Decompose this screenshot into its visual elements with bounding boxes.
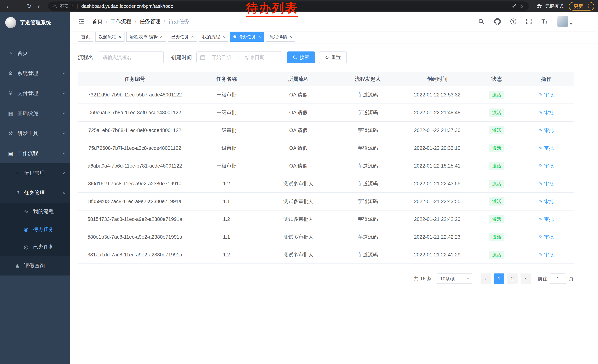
initiator-cell: 芋道源码 bbox=[335, 228, 400, 246]
help-icon[interactable]: ? bbox=[510, 18, 516, 24]
date-range-picker[interactable]: - bbox=[196, 51, 282, 63]
sidebar-item-task-management[interactable]: ⚐ 任务管理 ∧ bbox=[0, 183, 70, 202]
chevron-up-icon: ∧ bbox=[62, 191, 65, 194]
tags-view-bar: 首页 发起流程 × 流程表单-编辑 × 已办任务 × 我的流程 × 待办任务 × bbox=[70, 31, 598, 43]
caret-down-icon: ▾ bbox=[467, 276, 469, 281]
close-icon[interactable]: × bbox=[191, 35, 194, 39]
sidebar-item-process-management[interactable]: ≡ 流程管理 ∨ bbox=[0, 163, 70, 183]
task-name-cell: 一级审批 bbox=[192, 86, 261, 104]
search-icon[interactable] bbox=[478, 18, 484, 25]
status-badge: 激活 bbox=[489, 180, 505, 188]
task-name-cell: 1.2 bbox=[192, 175, 261, 193]
yen-icon: ¥ bbox=[8, 90, 14, 96]
approve-link[interactable]: ✎审批 bbox=[539, 145, 554, 152]
process-name-input[interactable] bbox=[98, 51, 164, 63]
table-row: 8f0d1619-7ac8-11ec-a9e2-a2380e71991a 1.2… bbox=[78, 175, 573, 193]
column-header-initiator: 流程发起人 bbox=[335, 72, 400, 86]
tab-my-processes[interactable]: 我的流程 × bbox=[199, 32, 228, 42]
page-size-select[interactable]: 10条/页 ▾ bbox=[437, 274, 472, 284]
tab-home[interactable]: 首页 bbox=[78, 32, 93, 42]
breadcrumb-item-home[interactable]: 首页 bbox=[92, 18, 103, 25]
close-icon[interactable]: × bbox=[258, 35, 261, 39]
created-time-cell: 2022-01-22 23:53:32 bbox=[400, 86, 474, 104]
reset-button[interactable]: ↻ 重置 bbox=[319, 51, 347, 63]
task-id-cell: 381aa1dd-7ac8-11ec-a9e2-a2380e71991a bbox=[78, 246, 192, 264]
process-cell: OA 请假 bbox=[261, 86, 335, 104]
sidebar-item-infrastructure[interactable]: ▦ 基础设施 ∨ bbox=[0, 103, 70, 123]
fullscreen-icon[interactable] bbox=[526, 18, 532, 24]
approve-link[interactable]: ✎审批 bbox=[539, 127, 554, 134]
browser-back-button[interactable]: ← bbox=[4, 1, 13, 11]
approve-link[interactable]: ✎审批 bbox=[539, 198, 554, 205]
tab-done-tasks[interactable]: 已办任务 × bbox=[168, 32, 197, 42]
browser-forward-button[interactable]: → bbox=[14, 1, 24, 11]
approve-link[interactable]: ✎审批 bbox=[539, 109, 554, 116]
font-size-icon[interactable]: TT bbox=[541, 18, 548, 25]
task-name-cell: 1.2 bbox=[192, 246, 261, 264]
task-name-cell: 1.2 bbox=[192, 210, 261, 228]
created-time-cell: 2022-01-22 21:48:48 bbox=[400, 104, 474, 121]
status-cell: 激活 bbox=[474, 157, 519, 175]
table-row: 73211d9d-7b9b-11ec-b5b7-acde48001122 一级审… bbox=[78, 86, 573, 104]
approve-link[interactable]: ✎审批 bbox=[539, 180, 554, 187]
end-date-input[interactable] bbox=[240, 55, 269, 60]
annotation-text: 待办列表 bbox=[246, 0, 298, 17]
breadcrumb-item-workflow[interactable]: 工作流程 bbox=[111, 18, 132, 25]
browser-home-button[interactable]: ⌂ bbox=[35, 1, 44, 11]
sidebar-item-home[interactable]: ◔ 首页 bbox=[0, 43, 70, 63]
approve-link[interactable]: ✎审批 bbox=[539, 252, 554, 258]
goto-page-input[interactable] bbox=[550, 274, 566, 284]
browser-reload-button[interactable]: ↻ bbox=[25, 1, 34, 11]
browser-menu-icon[interactable]: ⋮ bbox=[586, 3, 590, 9]
sidebar-toggle-button[interactable] bbox=[76, 16, 86, 26]
sidebar-item-payment-management[interactable]: ¥ 支付管理 ∨ bbox=[0, 83, 70, 103]
chevron-up-icon: ∧ bbox=[62, 152, 65, 155]
status-cell: 激活 bbox=[474, 139, 519, 157]
next-page-button[interactable]: › bbox=[521, 274, 531, 284]
page-button-1[interactable]: 1 bbox=[494, 274, 504, 284]
github-icon[interactable] bbox=[494, 18, 501, 25]
sidebar-item-todo-tasks[interactable]: ◉ 待办任务 bbox=[0, 220, 70, 238]
sidebar-item-workflow[interactable]: ▣ 工作流程 ∧ bbox=[0, 143, 70, 163]
close-icon[interactable]: × bbox=[222, 35, 225, 39]
logo-avatar bbox=[5, 17, 16, 28]
password-key-icon[interactable] bbox=[511, 3, 517, 9]
sidebar-item-dev-tools[interactable]: ⚒ 研发工具 ∨ bbox=[0, 123, 70, 143]
table-header-row: 任务编号 任务名称 所属流程 流程发起人 创建时间 状态 操作 bbox=[78, 72, 573, 86]
tab-process-detail[interactable]: 流程详情 × bbox=[266, 32, 295, 42]
start-date-input[interactable] bbox=[207, 55, 236, 60]
tab-start-process[interactable]: 发起流程 × bbox=[95, 32, 125, 42]
tab-process-form-edit[interactable]: 流程表单-编辑 × bbox=[126, 32, 166, 42]
bookmark-star-icon[interactable]: ☆ bbox=[519, 3, 524, 9]
approve-link[interactable]: ✎审批 bbox=[539, 234, 554, 240]
chevron-down-icon: ∨ bbox=[62, 171, 65, 175]
action-cell: ✎审批 bbox=[519, 210, 573, 228]
status-badge: 激活 bbox=[489, 233, 505, 241]
task-id-cell: 8f059c03-7ac8-11ec-a9e2-a2380e71991a bbox=[78, 193, 192, 210]
status-cell: 激活 bbox=[474, 175, 519, 193]
close-icon[interactable]: × bbox=[160, 35, 163, 39]
initiator-cell: 芋道源码 bbox=[335, 139, 400, 157]
approve-link[interactable]: ✎审批 bbox=[539, 163, 554, 169]
page-button-2[interactable]: 2 bbox=[507, 274, 518, 284]
search-button[interactable]: 搜索 bbox=[287, 51, 315, 63]
sidebar-item-my-processes[interactable]: ☺ 我的流程 bbox=[0, 202, 70, 220]
sidebar-item-done-tasks[interactable]: ◎ 已办任务 bbox=[0, 238, 70, 256]
user-avatar[interactable]: ▾ bbox=[557, 16, 572, 27]
close-icon[interactable]: × bbox=[118, 35, 121, 39]
prev-page-button[interactable]: ‹ bbox=[481, 274, 491, 284]
refresh-icon: ↻ bbox=[325, 55, 329, 60]
approve-link[interactable]: ✎审批 bbox=[539, 92, 554, 98]
hamburger-icon bbox=[78, 18, 85, 25]
tab-todo-tasks[interactable]: 待办任务 × bbox=[230, 32, 264, 42]
update-button[interactable]: 更新 ⋮ bbox=[569, 2, 594, 11]
close-icon[interactable]: × bbox=[289, 35, 292, 39]
sidebar-item-system-management[interactable]: ⚙ 系统管理 ∨ bbox=[0, 63, 70, 83]
table-row: 069c6a63-7b8a-11ec-8ef0-acde48001122 一级审… bbox=[78, 104, 573, 121]
approve-link[interactable]: ✎审批 bbox=[539, 216, 554, 223]
gear-icon: ⚙ bbox=[8, 70, 14, 76]
app-logo[interactable]: 芋道管理系统 bbox=[0, 12, 70, 33]
sidebar-item-leave-query[interactable]: ♟ 请假查询 bbox=[0, 256, 70, 275]
url-text: dashboard.yudao.iocoder.cn/bpm/task/todo bbox=[81, 3, 173, 9]
breadcrumb-item-task-management[interactable]: 任务管理 bbox=[140, 18, 160, 25]
